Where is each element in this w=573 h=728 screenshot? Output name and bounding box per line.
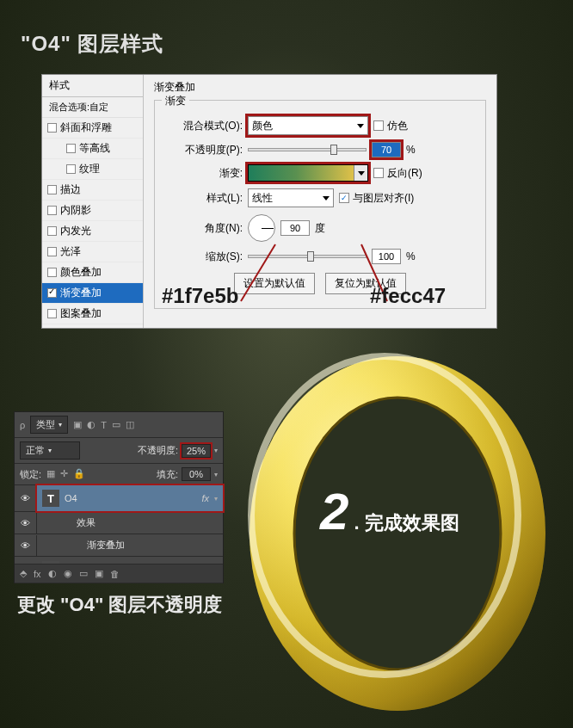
scale-unit: % — [406, 250, 416, 262]
gradient-fieldset: 渐变 混合模式(O): 颜色 仿色 不透明度(P): 70 % — [154, 100, 486, 309]
opacity-unit: % — [406, 144, 416, 156]
scale-value[interactable]: 100 — [372, 249, 401, 264]
opacity-value[interactable]: 70 — [372, 142, 401, 157]
style-item-label: 内发光 — [60, 224, 91, 238]
filter-smart-icon[interactable]: ◫ — [126, 419, 134, 430]
step-label: 2 . 完成效果图 — [320, 482, 459, 541]
style-item-1[interactable]: 等高线 — [42, 139, 143, 159]
text-layer-icon: T — [42, 490, 59, 507]
angle-label: 角度(N): — [167, 221, 243, 236]
layers-panel: ρ 类型▾ ▣ ◐ T ▭ ◫ 正常▾ 不透明度: 25% ▾ 锁定: ▦ ✛ … — [14, 411, 224, 583]
lock-all-icon[interactable]: 🔒 — [73, 468, 85, 481]
set-default-button[interactable]: 设置为默认值 — [234, 273, 315, 294]
color-left-label: #1f7e5b — [162, 284, 238, 308]
style-item-label: 内阴影 — [60, 203, 91, 218]
layer-opacity-value[interactable]: 25% — [182, 444, 211, 458]
style-item-0[interactable]: 斜面和浮雕 — [42, 118, 143, 139]
style-label: 样式(L): — [167, 191, 243, 206]
scale-slider[interactable] — [248, 255, 367, 258]
visibility-toggle[interactable]: 👁 — [15, 535, 37, 556]
style-item-9[interactable]: 图案叠加 — [42, 304, 143, 324]
gradient-picker[interactable] — [248, 164, 368, 182]
blend-mode-value: 颜色 — [252, 119, 273, 133]
fill-value[interactable]: 0% — [182, 467, 211, 481]
reverse-label: 反向(R) — [387, 166, 422, 181]
style-item-5[interactable]: 内发光 — [42, 221, 143, 242]
link-icon[interactable]: ⬘ — [20, 568, 27, 579]
caption-opacity: 更改 "O4" 图层不透明度 — [17, 592, 222, 618]
style-select[interactable]: 线性 — [248, 188, 334, 207]
color-right-label: #fecc47 — [370, 284, 446, 308]
group-icon[interactable]: ▭ — [79, 568, 88, 579]
layers-panel-footer: ⬘ fx ◐ ◉ ▭ ▣ 🗑 — [15, 564, 223, 583]
layer-effect-gradient[interactable]: 👁 渐变叠加 — [15, 534, 223, 557]
visibility-toggle[interactable]: 👁 — [15, 513, 37, 534]
checkbox-icon[interactable] — [47, 309, 57, 318]
filter-adjust-icon[interactable]: ◐ — [87, 419, 96, 430]
gradient-label: 渐变: — [167, 166, 243, 181]
lock-label: 锁定: — [20, 468, 41, 481]
style-item-label: 光泽 — [60, 244, 81, 259]
mask-icon[interactable]: ◐ — [48, 568, 57, 579]
checkbox-icon[interactable] — [47, 268, 57, 277]
panel-title: 渐变叠加 — [154, 80, 486, 95]
style-item-label: 图案叠加 — [60, 306, 102, 321]
chevron-down-icon[interactable]: ▾ — [214, 447, 218, 454]
step-dot: . — [354, 512, 359, 534]
opacity-label: 不透明度: — [138, 444, 178, 457]
lock-position-icon[interactable]: ✛ — [60, 468, 68, 481]
scale-label: 缩放(S): — [167, 250, 243, 264]
reverse-checkbox[interactable]: 反向(R) — [373, 166, 422, 181]
chevron-down-icon — [323, 196, 330, 201]
lock-pixels-icon[interactable]: ▦ — [46, 468, 55, 481]
fieldset-legend: 渐变 — [162, 94, 189, 108]
checkbox-icon[interactable] — [47, 123, 57, 133]
style-item-label: 渐变叠加 — [60, 286, 102, 300]
fx-badge[interactable]: fx — [201, 493, 209, 503]
filter-text-icon[interactable]: T — [101, 420, 107, 430]
checkbox-icon[interactable] — [66, 164, 76, 174]
filter-kind-select[interactable]: 类型▾ — [30, 416, 68, 434]
style-item-4[interactable]: 内阴影 — [42, 201, 143, 221]
align-checkbox[interactable]: ✓ 与图层对齐(I) — [339, 191, 414, 206]
style-item-6[interactable]: 光泽 — [42, 242, 143, 262]
trash-icon[interactable]: 🗑 — [110, 569, 120, 579]
filter-shape-icon[interactable]: ▭ — [112, 419, 120, 430]
opacity-slider[interactable] — [248, 148, 367, 151]
chevron-down-icon[interactable]: ▾ — [214, 495, 218, 503]
adjustment-icon[interactable]: ◉ — [64, 568, 72, 579]
new-layer-icon[interactable]: ▣ — [95, 568, 103, 579]
chevron-down-icon[interactable]: ▾ — [214, 471, 218, 478]
angle-value[interactable]: 90 — [280, 220, 310, 236]
sidebar-header: 样式 — [42, 75, 143, 97]
style-item-2[interactable]: 纹理 — [42, 159, 143, 180]
fill-label: 填充: — [157, 468, 178, 481]
blend-mode-select[interactable]: 正常▾ — [20, 441, 80, 460]
angle-dial[interactable] — [248, 214, 275, 242]
checkbox-icon[interactable] — [66, 144, 76, 153]
search-icon[interactable]: ρ — [20, 420, 25, 430]
blend-mode-label: 混合模式(O): — [167, 119, 243, 133]
visibility-toggle[interactable]: 👁 — [15, 488, 37, 509]
checkbox-icon[interactable] — [47, 185, 57, 194]
style-item-label: 纹理 — [79, 162, 100, 176]
layer-row-o4[interactable]: 👁 T O4 fx ▾ — [15, 485, 223, 512]
step-number: 2 — [320, 482, 348, 541]
fx-icon[interactable]: fx — [34, 569, 41, 579]
page-title: "O4" 图层样式 — [21, 30, 163, 58]
dither-checkbox[interactable]: 仿色 — [373, 119, 408, 133]
checkbox-icon[interactable] — [47, 226, 57, 236]
blend-mode-select[interactable]: 颜色 — [248, 116, 368, 135]
style-item-8[interactable]: 渐变叠加 — [42, 283, 143, 304]
checkbox-icon[interactable] — [47, 206, 57, 215]
sidebar-subheader[interactable]: 混合选项:自定 — [42, 97, 143, 118]
chevron-down-icon[interactable] — [354, 165, 367, 181]
layer-effects-row[interactable]: 👁 效果 — [15, 512, 223, 534]
checkbox-icon[interactable] — [47, 247, 57, 256]
style-item-label: 描边 — [60, 182, 81, 197]
checkbox-icon[interactable] — [47, 288, 57, 298]
step-text: 完成效果图 — [365, 510, 459, 536]
style-item-3[interactable]: 描边 — [42, 180, 143, 201]
filter-image-icon[interactable]: ▣ — [73, 419, 82, 430]
style-item-7[interactable]: 颜色叠加 — [42, 262, 143, 283]
